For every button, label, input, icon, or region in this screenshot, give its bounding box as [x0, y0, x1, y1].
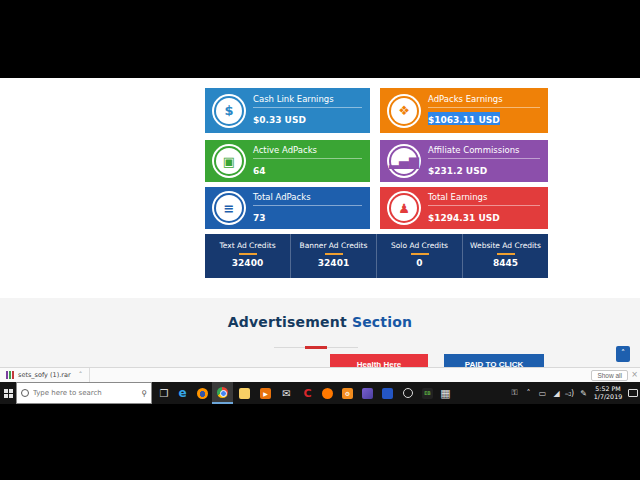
card-cash-link-earnings: $ Cash Link Earnings$0.33 USD [205, 88, 370, 133]
file-explorer-icon[interactable] [234, 382, 255, 404]
card-value-selected: $1063.11 USD [428, 112, 500, 125]
calculator-icon[interactable]: ▦ [435, 382, 456, 404]
credit-text-ads: Text Ad Credits 32400 [205, 234, 291, 278]
taskbar-search[interactable]: ⚲ [16, 382, 152, 404]
notification-bubble-icon [628, 389, 638, 397]
clock-date: 1/7/2019 [594, 393, 622, 401]
card-title: Total AdPacks [253, 192, 362, 205]
volume-icon[interactable]: ◅) [563, 382, 576, 404]
edge-icon[interactable]: e [172, 382, 193, 404]
scroll-to-top-button[interactable]: ˄ [616, 346, 630, 362]
credit-value: 32401 [291, 258, 376, 268]
network-icon[interactable]: ◢ [550, 382, 563, 404]
hidden-icons-chevron-icon[interactable]: ˄ [522, 382, 535, 404]
section-heading: Advertisement Section [0, 298, 640, 330]
download-shelf: sets_sofy (1).rar ˄ Show all × [0, 367, 640, 382]
credit-value: 0 [377, 258, 462, 268]
hand-coins-icon: ❖ [391, 98, 417, 124]
downloaded-file-item[interactable]: sets_sofy (1).rar ˄ [0, 368, 90, 382]
credit-banner-ads: Banner Ad Credits 32401 [291, 234, 377, 278]
task-view-button[interactable]: ❐ [155, 382, 173, 404]
avast-icon[interactable] [317, 382, 338, 404]
windows-taskbar: ⚲ ❐ e ▶ ✉ C ⚙ EB ▦ ⚿ ˄ ▭ ◢ ◅) ✎ 5:52 PM … [0, 382, 640, 404]
card-title: Active AdPacks [253, 145, 362, 158]
tray-key-icon[interactable]: ⚿ [508, 382, 521, 404]
card-active-adpacks: ▣ Active AdPacks64 [205, 140, 370, 182]
clock-time: 5:52 PM [595, 385, 620, 393]
settings-gear-app-icon[interactable]: ⚙ [337, 382, 358, 404]
pen-icon[interactable]: ✎ [577, 382, 590, 404]
document-list-icon: ≡ [216, 195, 242, 221]
credit-solo-ads: Solo Ad Credits 0 [377, 234, 463, 278]
record-app-icon[interactable] [397, 382, 418, 404]
card-total-adpacks: ≡ Total AdPacks73 [205, 187, 370, 229]
close-shelf-icon[interactable]: × [631, 370, 638, 380]
credit-value: 8445 [463, 258, 548, 268]
heading-primary: Advertisement [228, 314, 347, 330]
dashboard-page: $ Cash Link Earnings$0.33 USD ❖ AdPacks … [0, 78, 640, 368]
cortana-icon [21, 389, 29, 397]
taskbar-clock[interactable]: 5:52 PM 1/7/2019 [590, 382, 626, 404]
credit-website-ads: Website Ad Credits 8445 [463, 234, 548, 278]
rar-file-icon [6, 371, 14, 379]
show-all-downloads-button[interactable]: Show all [591, 370, 628, 381]
adpack-box-icon: ▣ [216, 148, 242, 174]
red-c-app-icon[interactable]: C [297, 382, 318, 404]
microphone-icon[interactable]: ⚲ [141, 389, 147, 398]
card-title: Affiliate Commissions [428, 145, 540, 158]
coin-cursor-icon: $ [216, 98, 242, 124]
download-menu-caret-icon[interactable]: ˄ [79, 371, 83, 379]
start-button[interactable] [0, 382, 16, 404]
card-value: 73 [253, 210, 266, 223]
card-value: $1294.31 USD [428, 210, 500, 223]
card-title: Total Earnings [428, 192, 540, 205]
card-affiliate-commissions: ▂▄▆ Affiliate Commissions$231.2 USD [380, 140, 548, 182]
heading-divider [274, 347, 358, 348]
action-center-button[interactable] [626, 382, 640, 404]
credit-label: Text Ad Credits [205, 241, 290, 250]
windows-logo-icon [4, 389, 13, 398]
battery-icon[interactable]: ▭ [536, 382, 549, 404]
card-value: $0.33 USD [253, 112, 306, 125]
mail-icon[interactable]: ✉ [276, 382, 297, 404]
media-player-icon[interactable]: ▶ [255, 382, 276, 404]
card-title: Cash Link Earnings [253, 94, 362, 107]
ad-credits-bar: Text Ad Credits 32400 Banner Ad Credits … [205, 234, 548, 278]
firefox-icon[interactable] [192, 382, 213, 404]
card-adpacks-earnings: ❖ AdPacks Earnings$1063.11 USD [380, 88, 548, 133]
credit-label: Website Ad Credits [463, 241, 548, 250]
card-value: 64 [253, 163, 266, 176]
credit-label: Solo Ad Credits [377, 241, 462, 250]
blue-app-icon[interactable] [377, 382, 398, 404]
downloaded-file-name: sets_sofy (1).rar [18, 371, 71, 379]
chrome-icon[interactable] [212, 382, 233, 404]
advertisement-section: Advertisement Section Health Here PAID T… [0, 298, 640, 368]
heading-accent: Section [352, 314, 412, 330]
card-total-earnings: ♟ Total Earnings$1294.31 USD [380, 187, 548, 229]
card-value: $231.2 USD [428, 163, 487, 176]
person-money-icon: ♟ [391, 195, 417, 221]
card-title: AdPacks Earnings [428, 94, 540, 107]
growth-chart-icon: ▂▄▆ [391, 148, 417, 174]
search-input[interactable] [33, 389, 137, 397]
purple-app-icon[interactable] [357, 382, 378, 404]
credit-value: 32400 [205, 258, 290, 268]
credit-label: Banner Ad Credits [291, 241, 376, 250]
